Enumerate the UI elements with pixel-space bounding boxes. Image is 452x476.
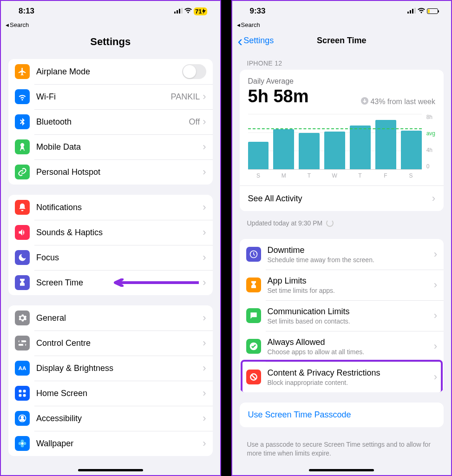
option-row-always-allowed[interactable]: Always AllowedChoose apps to allow at al… (240, 331, 444, 362)
settings-row-bluetooth[interactable]: BluetoothOff› (8, 109, 213, 134)
row-label: Control Centre (36, 338, 203, 348)
chevron-right-icon: › (434, 371, 437, 383)
settings-group-connectivity: Airplane ModeWi-FiPANKIL›BluetoothOff›Mo… (8, 59, 213, 185)
chart-x-label: S (248, 172, 269, 179)
chart-y-label: 4h (426, 147, 435, 153)
chevron-right-icon: › (434, 310, 437, 322)
flower-icon (15, 436, 30, 451)
breadcrumb-back[interactable]: Search (232, 21, 452, 31)
settings-row-personal-hotspot[interactable]: Personal Hotspot› (8, 159, 213, 185)
gear-icon (15, 311, 30, 325)
option-row-app-limits[interactable]: App LimitsSet time limits for apps.› (240, 270, 444, 300)
settings-group-alerts: Notifications›Sounds & Haptics›Focus›Scr… (8, 195, 213, 295)
row-label: Wallpaper (36, 439, 203, 449)
row-title: Downtime (268, 245, 434, 255)
nav-back-button[interactable]: Settings (238, 36, 274, 46)
chevron-right-icon: › (203, 362, 206, 374)
screen-time-screen: 9:33 Search Settings Screen Time IPHONE … (231, 0, 452, 476)
settings-row-wi-fi[interactable]: Wi-FiPANKIL› (8, 84, 213, 109)
row-label: Home Screen (36, 389, 203, 398)
settings-row-airplane-mode[interactable]: Airplane Mode (8, 59, 213, 84)
person-icon (15, 411, 30, 426)
row-title: Always Allowed (268, 337, 434, 347)
chart-bar (375, 120, 396, 169)
check-icon (246, 339, 261, 354)
settings-row-accessibility[interactable]: Accessibility› (8, 406, 213, 431)
settings-row-screen-time[interactable]: Screen Time› (8, 270, 213, 295)
option-row-content-privacy-restrictions[interactable]: Content & Privacy RestrictionsBlock inap… (240, 362, 444, 392)
svg-point-19 (21, 443, 24, 445)
row-value: PANKIL (170, 92, 200, 102)
svg-rect-21 (410, 10, 411, 13)
settings-row-sounds-haptics[interactable]: Sounds & Haptics› (8, 220, 213, 245)
svg-rect-9 (19, 390, 22, 393)
home-indicator[interactable] (309, 469, 374, 471)
screen-time-options-group: DowntimeSchedule time away from the scre… (240, 239, 444, 392)
chart-x-label: T (350, 172, 371, 179)
daily-average-label: Daily Average (248, 77, 436, 86)
use-passcode-button[interactable]: Use Screen Time Passcode (240, 403, 444, 427)
row-subtitle: Choose apps to allow at all times. (268, 348, 434, 356)
row-subtitle: Set limits based on contacts. (268, 317, 434, 325)
cellular-icon (174, 7, 183, 16)
svg-rect-10 (23, 390, 26, 393)
settings-row-control-centre[interactable]: Control Centre› (8, 331, 213, 356)
chevron-right-icon: › (203, 116, 206, 128)
settings-row-wallpaper[interactable]: Wallpaper› (8, 431, 213, 456)
chevron-right-icon: › (203, 387, 206, 399)
row-label: Sounds & Haptics (36, 228, 203, 238)
svg-point-15 (21, 440, 24, 443)
chevron-right-icon: › (434, 248, 437, 260)
settings-row-display-brightness[interactable]: AADisplay & Brightness› (8, 356, 213, 381)
row-value: Off (189, 117, 200, 127)
row-label: Bluetooth (36, 117, 189, 127)
option-row-communication-limits[interactable]: Communication LimitsSet limits based on … (240, 300, 444, 331)
chart-bar (248, 142, 269, 169)
moon-icon (15, 250, 30, 265)
chart-bar (324, 132, 345, 169)
chart-bar (273, 129, 294, 169)
option-row-downtime[interactable]: DowntimeSchedule time away from the scre… (240, 239, 444, 270)
antenna-icon (15, 139, 30, 154)
chart-bar (299, 133, 320, 169)
settings-row-focus[interactable]: Focus› (8, 245, 213, 270)
chart-x-label: F (375, 172, 396, 179)
chevron-right-icon: › (203, 337, 206, 349)
chart-y-label: avg (426, 130, 435, 137)
settings-screen: 8:13 71 Search Settings Airplane ModeWi-… (0, 0, 221, 476)
svg-rect-20 (407, 12, 409, 13)
daily-average-card[interactable]: Daily Average 5h 58m 43% from last week … (240, 70, 444, 211)
chevron-right-icon: › (203, 277, 206, 289)
chart-x-label: W (324, 172, 345, 179)
passcode-group: Use Screen Time Passcode (240, 403, 444, 427)
see-all-activity-row[interactable]: See All Activity› (240, 185, 444, 211)
status-bar: 9:33 (232, 1, 452, 21)
daily-average-value: 5h 58m (248, 86, 309, 106)
breadcrumb-back[interactable]: Search (1, 21, 220, 31)
bell-icon (15, 200, 30, 215)
svg-point-18 (23, 442, 26, 445)
footer-text: Use a passcode to secure Screen Time set… (232, 437, 452, 464)
svg-point-7 (23, 344, 26, 346)
svg-rect-12 (23, 394, 26, 397)
svg-rect-23 (414, 8, 416, 13)
home-indicator[interactable] (78, 469, 143, 471)
status-bar: 8:13 71 (1, 1, 220, 21)
battery-icon: 71 (194, 7, 207, 15)
chart-y-label: 0 (426, 163, 435, 170)
settings-row-mobile-data[interactable]: Mobile Data› (8, 134, 213, 159)
settings-row-general[interactable]: General› (8, 305, 213, 331)
settings-row-notifications[interactable]: Notifications› (8, 195, 213, 220)
svg-text:AA: AA (19, 365, 26, 371)
chart-bar (350, 126, 371, 169)
trend-label: 43% from last week (361, 97, 435, 106)
clock-icon (246, 247, 261, 262)
toggle[interactable] (182, 64, 206, 79)
wifi-icon (184, 7, 192, 16)
svg-rect-1 (177, 10, 178, 13)
chevron-right-icon: › (203, 251, 206, 264)
chart-x-label: M (273, 172, 294, 179)
settings-row-home-screen[interactable]: Home Screen› (8, 381, 213, 406)
row-subtitle: Set time limits for apps. (268, 287, 434, 294)
nosign-icon (246, 370, 261, 384)
